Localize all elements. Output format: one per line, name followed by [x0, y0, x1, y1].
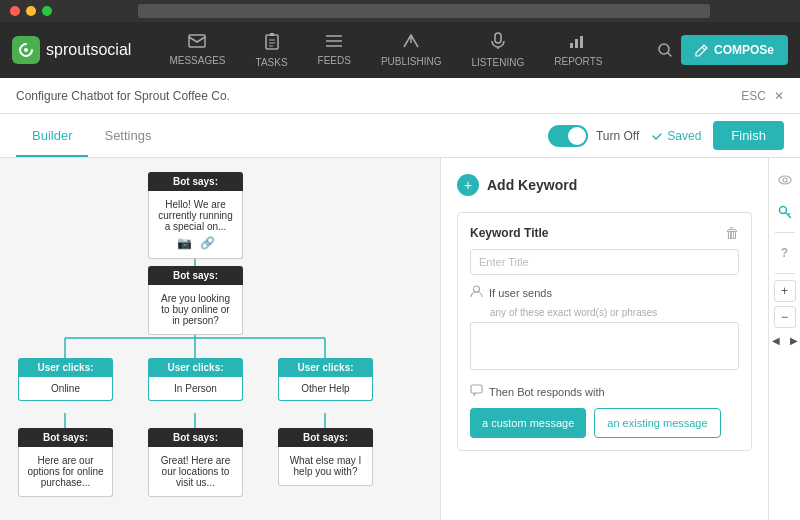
nav-item-listening[interactable]: LISTENING: [457, 24, 538, 76]
keyword-form: Keyword Title 🗑 If user sends any of the…: [457, 212, 752, 451]
zoom-in-button[interactable]: +: [774, 280, 796, 302]
svg-point-17: [474, 286, 480, 292]
minimize-traffic-light[interactable]: [26, 6, 36, 16]
compose-label: COMPOSe: [714, 43, 774, 57]
bot4-header: Bot says:: [148, 428, 243, 447]
tab-builder[interactable]: Builder: [16, 116, 88, 157]
toggle-wrap: Turn Off: [548, 125, 639, 147]
bot-node-1: Bot says: Hello! We are currently runnin…: [148, 172, 243, 259]
bot1-header: Bot says:: [148, 172, 243, 191]
bot3-header: Bot says:: [18, 428, 113, 447]
close-traffic-light[interactable]: [10, 6, 20, 16]
bot-node-5: Bot says: What else may I help you with?: [278, 428, 373, 486]
right-sidebar: ? + − ◀ ▶: [768, 158, 800, 520]
bot-node-4: Bot says: Great! Here are our locations …: [148, 428, 243, 497]
config-title: Configure Chatbot for Sprout Coffee Co.: [16, 89, 230, 103]
esc-label: ESC: [741, 89, 766, 103]
nav-item-messages[interactable]: MESSAGES: [155, 26, 239, 74]
listening-label: LISTENING: [471, 57, 524, 68]
user-node-1: User clicks: Online: [18, 358, 113, 401]
maximize-traffic-light[interactable]: [42, 6, 52, 16]
svg-point-20: [783, 178, 787, 182]
user3-body: Other Help: [278, 377, 373, 401]
eye-icon[interactable]: [771, 166, 799, 194]
zoom-in-label: +: [781, 284, 788, 298]
user3-header: User clicks:: [278, 358, 373, 377]
user2-body: In Person: [148, 377, 243, 401]
key-icon[interactable]: [771, 198, 799, 226]
svg-rect-6: [580, 36, 583, 48]
custom-message-label: a custom message: [482, 417, 574, 429]
arrow-left-button[interactable]: ◀: [768, 332, 784, 348]
exact-words-input[interactable]: [470, 322, 739, 370]
title-bar: [0, 0, 800, 22]
toggle-knob: [568, 127, 586, 145]
bot1-body: Hello! We are currently running a specia…: [148, 191, 243, 259]
listening-icon: [490, 32, 506, 54]
custom-message-button[interactable]: a custom message: [470, 408, 586, 438]
logo-icon: [12, 36, 40, 64]
then-bot-responds-section: Then Bot responds with: [470, 384, 739, 400]
tabs-bar: Builder Settings Turn Off Saved Finish: [0, 114, 800, 158]
nav-item-publishing[interactable]: PUBLISHING: [367, 25, 456, 75]
help-icon[interactable]: ?: [771, 239, 799, 267]
user3-text: Other Help: [287, 383, 364, 394]
bot4-body: Great! Here are our locations to visit u…: [148, 447, 243, 497]
user-node-2: User clicks: In Person: [148, 358, 243, 401]
bot1-icons: 📷 🔗: [157, 236, 234, 250]
tabs: Builder Settings: [16, 116, 167, 156]
bot2-body: Are you looking to buy online or in pers…: [148, 285, 243, 335]
flow-canvas: Bot says: Hello! We are currently runnin…: [0, 158, 440, 520]
if-user-sends-text: If user sends: [489, 287, 552, 299]
svg-point-0: [24, 48, 28, 52]
bot2-text: Are you looking to buy online or in pers…: [157, 293, 234, 326]
address-bar[interactable]: [138, 4, 710, 18]
keyword-title-input[interactable]: [470, 249, 739, 275]
nav-item-reports[interactable]: REPORTS: [540, 25, 616, 75]
user2-header: User clicks:: [148, 358, 243, 377]
search-button[interactable]: [649, 34, 681, 66]
nav-item-feeds[interactable]: FEEDS: [304, 26, 365, 74]
svg-rect-4: [570, 43, 573, 48]
bot-responds-icon: [470, 384, 483, 400]
feeds-label: FEEDS: [318, 55, 351, 66]
existing-message-label: an existing message: [607, 417, 707, 429]
finish-button[interactable]: Finish: [713, 121, 784, 150]
zoom-out-label: −: [781, 310, 788, 324]
delete-keyword-icon[interactable]: 🗑: [725, 225, 739, 241]
svg-rect-2: [266, 35, 278, 49]
user1-body: Online: [18, 377, 113, 401]
close-config-icon[interactable]: ✕: [774, 89, 784, 103]
then-bot-responds-text: Then Bot responds with: [489, 386, 605, 398]
nav-item-tasks[interactable]: TASKS: [242, 24, 302, 76]
if-user-sends-label: If user sends: [470, 285, 739, 301]
feeds-icon: [325, 34, 343, 52]
settings-tab-label: Settings: [104, 128, 151, 143]
link-icon: 🔗: [200, 236, 215, 250]
main-content: Bot says: Hello! We are currently runnin…: [0, 158, 800, 520]
tab-settings[interactable]: Settings: [88, 116, 167, 157]
arrow-right-button[interactable]: ▶: [786, 332, 801, 348]
finish-label: Finish: [731, 128, 766, 143]
sidebar-divider-2: [775, 273, 795, 274]
bot5-text: What else may I help you with?: [287, 455, 364, 477]
tabs-actions: Turn Off Saved Finish: [548, 121, 784, 150]
camera-icon: 📷: [177, 236, 192, 250]
svg-rect-3: [495, 33, 501, 43]
respond-buttons: a custom message an existing message: [470, 408, 739, 438]
existing-message-button[interactable]: an existing message: [594, 408, 720, 438]
keyword-title-label: Keyword Title: [470, 226, 548, 240]
keyword-panel: + Add Keyword Keyword Title 🗑 If user se…: [440, 158, 768, 520]
add-keyword-button[interactable]: +: [457, 174, 479, 196]
svg-rect-5: [575, 39, 578, 48]
nav-items: MESSAGES TASKS FEEDS PUBLISHING LISTENIN…: [155, 24, 649, 76]
bot-node-2: Bot says: Are you looking to buy online …: [148, 266, 243, 335]
turn-off-toggle[interactable]: [548, 125, 588, 147]
add-keyword-title: Add Keyword: [487, 177, 577, 193]
config-esc[interactable]: ESC ✕: [741, 89, 784, 103]
zoom-out-button[interactable]: −: [774, 306, 796, 328]
publishing-label: PUBLISHING: [381, 56, 442, 67]
bot2-header: Bot says:: [148, 266, 243, 285]
tasks-label: TASKS: [256, 57, 288, 68]
compose-button[interactable]: COMPOSe: [681, 35, 788, 65]
